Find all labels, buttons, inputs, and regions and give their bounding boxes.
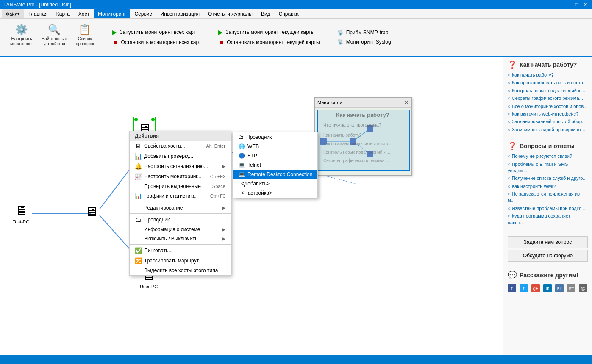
test-pc-icon: 🖥: [14, 203, 28, 218]
forum-button[interactable]: Обсудите на форуме: [508, 250, 588, 262]
social-twitter[interactable]: t: [520, 284, 528, 292]
network-connections: [0, 57, 503, 355]
ctx-enable-disable[interactable]: Включить / Выключить ▶: [130, 234, 231, 243]
rp-help-icon: ❓: [508, 60, 517, 69]
canvas-area[interactable]: 🖥 Test-PC 🖥 🖥 🖥 User-PC Действия 🖥: [0, 57, 503, 355]
rp-qa-link-2[interactable]: Получение списка служб и друго...: [508, 175, 588, 182]
rp-qa-link-1[interactable]: Проблемы с E-mail и SMS-уведом...: [508, 161, 588, 174]
ribbon-btn-start-current[interactable]: ▶ Запустить мониторинг текущей карты: [216, 28, 322, 36]
rp-qa-link-4[interactable]: Не запускаются приложения из м...: [508, 191, 588, 204]
ctx-explorer-label: Проводник: [144, 217, 170, 223]
submenu-web[interactable]: 🌐 WEB: [233, 142, 317, 151]
ribbon-btn-stop-all[interactable]: ⏹ Остановить мониторинг всех карт: [110, 38, 203, 47]
ctx-setup-monitoring[interactable]: 📈 Настроить мониторинг... Ctrl+F2: [130, 171, 231, 182]
ctx-ping-label: Пинговать...: [144, 248, 172, 254]
ctx-edit-label: Редактирование: [144, 205, 183, 211]
rp-link-0[interactable]: Как начать работу?: [508, 72, 588, 78]
ctx-properties-label: Свойства хоста...: [144, 143, 185, 149]
rp-link-3[interactable]: Секреты графического режима...: [508, 95, 588, 102]
rp-qa-link-3[interactable]: Как настроить WMI?: [508, 183, 588, 190]
social-vk[interactable]: вк: [555, 284, 564, 292]
minimap-hint-title: Как начать работу?: [336, 112, 389, 118]
submenu-add[interactable]: <Добавить>: [233, 179, 317, 188]
submenu-settings[interactable]: <Настройка>: [233, 188, 317, 198]
setup-monitoring-label: Настроитьмониторинг: [10, 36, 33, 47]
rp-link-2[interactable]: Контроль новых подключений к ...: [508, 88, 588, 94]
rp-qa-title-text: Вопросы и ответы: [520, 143, 575, 149]
ctx-ping-icon: ✅: [135, 247, 142, 254]
ribbon-btn-find-devices[interactable]: 🔍 Найти новыеустройства: [38, 22, 70, 48]
syslog-label: Мониторинг Syslog: [346, 39, 391, 45]
menu-monitoring[interactable]: Мониторинг: [94, 9, 131, 18]
submenu-telnet[interactable]: 💻 Telnet: [233, 160, 317, 170]
menu-inventory[interactable]: Инвентаризация: [156, 9, 204, 18]
ctx-alarm-icon: 🔔: [135, 163, 142, 170]
submenu-rdp[interactable]: 💻 Remote Desktop Connection: [233, 170, 317, 179]
submenu-web-label: WEB: [247, 143, 259, 149]
menu-file[interactable]: Файл ▾: [2, 9, 24, 18]
ask-question-button[interactable]: Задайте нам вопрос: [508, 236, 588, 248]
social-facebook[interactable]: f: [508, 284, 516, 292]
submenu-telnet-label: Telnet: [247, 162, 261, 168]
ribbon-btn-start-all[interactable]: ▶ Запустить мониторинг всех карт: [110, 28, 203, 36]
ribbon-btn-snmp-trap[interactable]: 📡 Приём SNMP-trap: [335, 29, 394, 36]
ctx-add-check[interactable]: 📊 Добавить проверку...: [130, 151, 231, 161]
ctx-explorer[interactable]: 🗂 Проводник: [130, 215, 231, 225]
social-other1[interactable]: ##: [567, 284, 575, 292]
submenu-ftp-label: FTP: [247, 153, 257, 159]
minimap-close-button[interactable]: ✕: [404, 99, 409, 106]
menu-home[interactable]: Главная: [24, 9, 52, 18]
check-list-label: Списокпроверок: [76, 36, 94, 47]
rp-link-5[interactable]: Как включить web-интерфейс?: [508, 111, 588, 117]
ctx-alarm-label: Настроить сигнализацию...: [144, 163, 208, 169]
ribbon-btn-check-list[interactable]: 📋 Списокпроверок: [72, 22, 97, 48]
ctx-select-all[interactable]: Выделить все хосты этого типа: [130, 266, 231, 275]
ctx-sysinfo[interactable]: Информация о системе ▶: [130, 225, 231, 234]
menu-reports[interactable]: Отчёты и журналы: [204, 9, 257, 18]
social-email[interactable]: @: [579, 284, 587, 292]
ribbon-group-setup: ⚙️ Настроитьмониторинг 🔍 Найти новыеустр…: [3, 20, 101, 54]
rp-link-1[interactable]: Как просканировать сеть и постр...: [508, 80, 588, 86]
menu-host[interactable]: Хост: [74, 9, 94, 18]
rp-qa-link-0[interactable]: Почему не рисуются связи?: [508, 153, 588, 160]
rp-qa-link-6[interactable]: Куда программа сохраняет накоп...: [508, 213, 588, 226]
ctx-traceroute[interactable]: 🔀 Трассировать маршрут: [130, 256, 231, 266]
user-pc-label: User-PC: [140, 284, 158, 289]
submenu-ftp[interactable]: 🔵 FTP: [233, 151, 317, 160]
ctx-traceroute-label: Трассировать маршрут: [144, 258, 199, 264]
close-button[interactable]: ✕: [582, 1, 589, 8]
ribbon-btn-setup-monitoring[interactable]: ⚙️ Настроитьмониторинг: [7, 22, 36, 48]
ctx-properties[interactable]: 🖥 Свойства хоста... Alt+Enter: [130, 141, 231, 151]
ribbon-btn-syslog[interactable]: 📡 Мониторинг Syslog: [335, 38, 394, 46]
social-linkedin[interactable]: in: [543, 284, 552, 292]
rp-share-section: 💬 Расскажите другим! f t g+ in вк ## @: [503, 267, 592, 298]
ribbon-btn-stop-current[interactable]: ⏹ Остановить мониторинг текущей карты: [216, 38, 322, 47]
submenu-explorer[interactable]: 🗂 Проводник: [233, 132, 317, 142]
rp-link-7[interactable]: Зависимость одной проверки от ...: [508, 127, 588, 133]
start-current-icon: ▶: [218, 29, 223, 36]
rp-qa-link-5[interactable]: Известные проблемы при подкл...: [508, 205, 588, 212]
minimap-header: Мини-карта ✕: [315, 98, 411, 108]
ctx-check-selected[interactable]: Проверить выделенные Space: [130, 182, 231, 191]
ctx-ping[interactable]: ✅ Пинговать...: [130, 245, 231, 256]
maximize-button[interactable]: □: [573, 1, 580, 8]
node-switch[interactable]: 🖥: [85, 204, 98, 220]
ctx-edit[interactable]: Редактирование ▶: [130, 203, 231, 212]
ctx-graphs[interactable]: 📊 Графики и статистика Ctrl+F3: [130, 191, 231, 201]
rp-link-4[interactable]: Все о мониторинге хостов и опов...: [508, 103, 588, 110]
menu-map[interactable]: Карта: [52, 9, 74, 18]
menu-help[interactable]: Справка: [275, 9, 303, 18]
menu-view[interactable]: Вид: [257, 9, 275, 18]
ctx-enable-arrow: ▶: [222, 236, 225, 242]
ctx-sysinfo-arrow: ▶: [222, 226, 225, 232]
social-google-plus[interactable]: g+: [531, 284, 540, 292]
submenu-ftp-icon: 🔵: [239, 153, 245, 159]
ctx-setup-alarm[interactable]: 🔔 Настроить сигнализацию... ▶: [130, 161, 231, 171]
find-devices-icon: 🔍: [48, 24, 61, 36]
minimize-button[interactable]: −: [565, 1, 572, 8]
rp-qa-title: ❓ Вопросы и ответы: [508, 141, 588, 151]
rp-link-6[interactable]: Запланированный простой обор...: [508, 119, 588, 125]
check-list-icon: 📋: [78, 24, 91, 36]
node-test-pc[interactable]: 🖥 Test-PC: [13, 203, 29, 224]
menu-service[interactable]: Сервис: [130, 9, 156, 18]
